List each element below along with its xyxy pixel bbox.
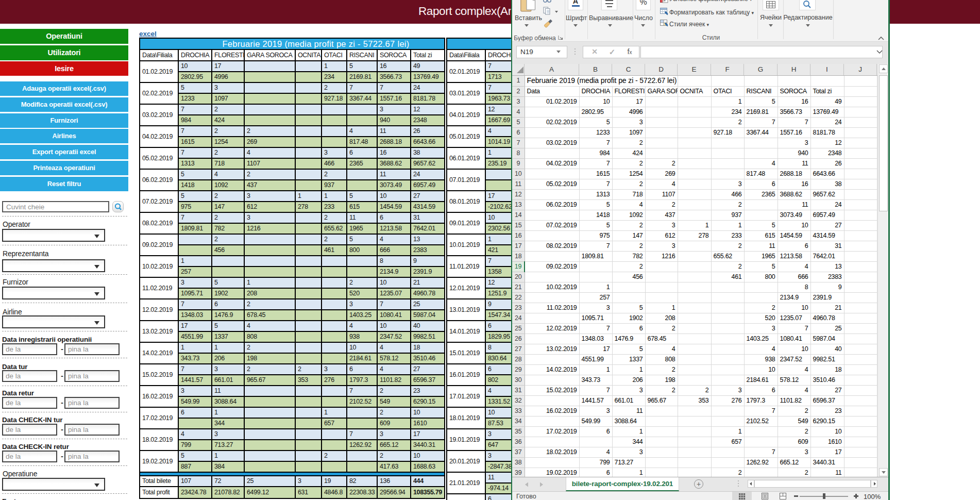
svg-text:≠: ≠: [664, 0, 666, 3]
